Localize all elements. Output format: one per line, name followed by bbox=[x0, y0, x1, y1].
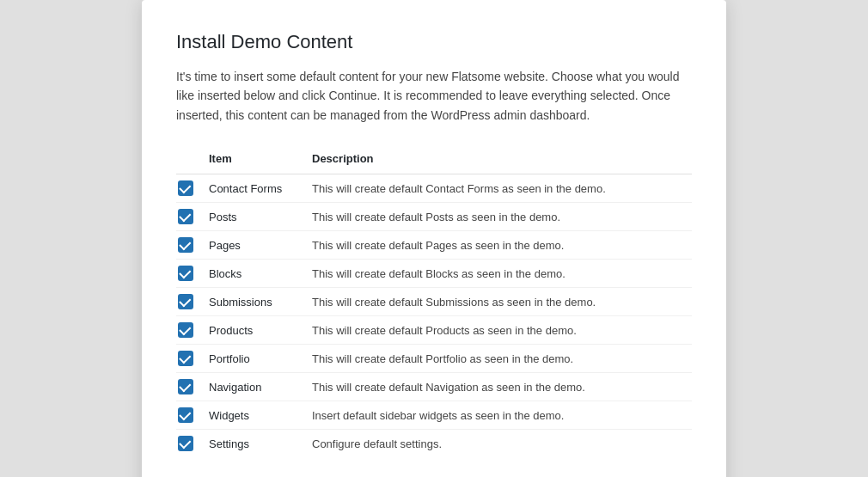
table-row: BlocksThis will create default Blocks as… bbox=[176, 260, 692, 288]
description-col-header: Description bbox=[305, 149, 692, 174]
item-name: Products bbox=[202, 316, 305, 345]
item-name: Navigation bbox=[202, 373, 305, 401]
checkbox-cell[interactable] bbox=[176, 345, 202, 373]
item-description: This will create default Submissions as … bbox=[305, 288, 692, 316]
item-description: Configure default settings. bbox=[305, 430, 692, 458]
checkbox-widgets[interactable] bbox=[178, 407, 193, 423]
table-row: SettingsConfigure default settings. bbox=[176, 430, 692, 458]
table-row: Contact FormsThis will create default Co… bbox=[176, 174, 692, 203]
item-description: This will create default Portfolio as se… bbox=[305, 345, 692, 373]
item-description: This will create default Blocks as seen … bbox=[305, 260, 692, 288]
table-row: PortfolioThis will create default Portfo… bbox=[176, 345, 692, 373]
item-name: Contact Forms bbox=[202, 174, 305, 203]
table-row: PostsThis will create default Posts as s… bbox=[176, 203, 692, 231]
table-row: WidgetsInsert default sidebar widgets as… bbox=[176, 401, 692, 430]
item-description: This will create default Navigation as s… bbox=[305, 373, 692, 401]
item-name: Posts bbox=[202, 203, 305, 231]
checkbox-col-header bbox=[176, 149, 202, 174]
checkbox-cell[interactable] bbox=[176, 231, 202, 260]
checkbox-contact-forms[interactable] bbox=[178, 180, 193, 196]
item-description: This will create default Pages as seen i… bbox=[305, 231, 692, 260]
item-name: Pages bbox=[202, 231, 305, 260]
table-row: ProductsThis will create default Product… bbox=[176, 316, 692, 345]
item-name: Settings bbox=[202, 430, 305, 458]
checkbox-submissions[interactable] bbox=[178, 294, 193, 309]
item-description: Insert default sidebar widgets as seen i… bbox=[305, 401, 692, 430]
checkbox-cell[interactable] bbox=[176, 373, 202, 401]
checkbox-cell[interactable] bbox=[176, 260, 202, 288]
item-name: Portfolio bbox=[202, 345, 305, 373]
checkbox-navigation[interactable] bbox=[178, 379, 193, 394]
modal-title: Install Demo Content bbox=[176, 31, 692, 53]
checkbox-settings[interactable] bbox=[178, 436, 193, 451]
modal-description: It's time to insert some default content… bbox=[176, 67, 692, 125]
checkbox-products[interactable] bbox=[178, 322, 193, 338]
checkbox-cell[interactable] bbox=[176, 401, 202, 430]
item-col-header: Item bbox=[202, 149, 305, 174]
install-demo-modal: Install Demo Content It's time to insert… bbox=[142, 0, 726, 477]
item-description: This will create default Contact Forms a… bbox=[305, 174, 692, 203]
checkbox-cell[interactable] bbox=[176, 174, 202, 203]
item-description: This will create default Posts as seen i… bbox=[305, 203, 692, 231]
table-row: NavigationThis will create default Navig… bbox=[176, 373, 692, 401]
table-row: PagesThis will create default Pages as s… bbox=[176, 231, 692, 260]
checkbox-cell[interactable] bbox=[176, 430, 202, 458]
checkbox-cell[interactable] bbox=[176, 316, 202, 345]
item-name: Submissions bbox=[202, 288, 305, 316]
table-row: SubmissionsThis will create default Subm… bbox=[176, 288, 692, 316]
checkbox-posts[interactable] bbox=[178, 209, 193, 224]
checkbox-blocks[interactable] bbox=[178, 266, 193, 281]
checkbox-pages[interactable] bbox=[178, 237, 193, 253]
item-name: Blocks bbox=[202, 260, 305, 288]
item-name: Widgets bbox=[202, 401, 305, 430]
checkbox-cell[interactable] bbox=[176, 203, 202, 231]
item-description: This will create default Products as see… bbox=[305, 316, 692, 345]
items-table: Item Description Contact FormsThis will … bbox=[176, 149, 692, 457]
checkbox-cell[interactable] bbox=[176, 288, 202, 316]
checkbox-portfolio[interactable] bbox=[178, 351, 193, 366]
